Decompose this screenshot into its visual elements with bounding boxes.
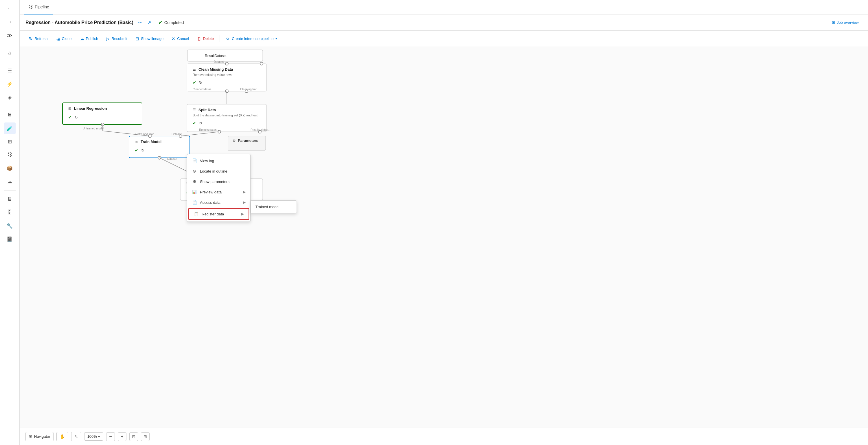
tab-pipeline[interactable]: ⛓ Pipeline bbox=[24, 0, 53, 14]
preview-data-icon: 📊 bbox=[192, 190, 197, 194]
register-data-arrow: ▶ bbox=[241, 212, 244, 216]
job-overview-icon: ⊞ bbox=[832, 20, 835, 25]
show-parameters-icon: ⚙ bbox=[192, 179, 197, 184]
zoom-in-button[interactable]: + bbox=[118, 432, 126, 441]
access-data-label: Access data bbox=[200, 200, 220, 205]
clone-button[interactable]: ⿻ Clone bbox=[52, 34, 75, 43]
resubmit-icon: ▷ bbox=[106, 36, 110, 41]
svg-rect-33 bbox=[129, 136, 190, 158]
clone-icon: ⿻ bbox=[56, 36, 60, 41]
navigator-label: Navigator bbox=[34, 434, 50, 439]
sidebar-item-home[interactable]: ⌂ bbox=[4, 47, 16, 59]
sidebar-item-monitor[interactable]: 🖥 bbox=[4, 194, 16, 205]
sidebar-item-compute[interactable]: 🖥 bbox=[4, 109, 16, 121]
chevron-down-icon: ▾ bbox=[275, 37, 277, 40]
svg-line-44 bbox=[181, 132, 219, 136]
fit-to-selection-button[interactable]: ⊞ bbox=[141, 432, 150, 441]
publish-button[interactable]: ☁ Publish bbox=[76, 34, 102, 43]
access-data-icon: 📄 bbox=[192, 200, 197, 205]
svg-text:↻: ↻ bbox=[141, 148, 144, 153]
hand-icon: ✋ bbox=[60, 434, 65, 439]
svg-rect-11 bbox=[187, 104, 267, 132]
sidebar-item-devops[interactable]: 🔧 bbox=[4, 220, 16, 232]
publish-icon: ☁ bbox=[80, 36, 84, 41]
svg-text:Linear Regression: Linear Regression bbox=[74, 106, 107, 111]
pointer-tool-button[interactable]: ↖ bbox=[71, 432, 81, 441]
sidebar-item-modules[interactable]: ⊞ bbox=[4, 136, 16, 147]
sidebar-item-models[interactable]: 📦 bbox=[4, 162, 16, 174]
sidebar-item-data[interactable]: ☰ bbox=[4, 65, 16, 77]
svg-text:☰: ☰ bbox=[193, 67, 196, 71]
view-log-label: View log bbox=[200, 159, 214, 163]
canvas: ResultDataset ☰ Clean Missing Data Remov… bbox=[20, 47, 868, 427]
create-inference-button[interactable]: ⛭ Create inference pipeline ▾ bbox=[222, 34, 281, 43]
navigator-button[interactable]: ⊞ Navigator bbox=[26, 432, 54, 441]
svg-text:✔: ✔ bbox=[193, 80, 196, 85]
edit-title-icon[interactable]: ✏ bbox=[137, 19, 143, 26]
sidebar-item-pipelines[interactable]: ⛓ bbox=[4, 149, 16, 161]
svg-text:✔: ✔ bbox=[135, 148, 138, 153]
publish-label: Publish bbox=[86, 36, 98, 41]
hand-tool-button[interactable]: ✋ bbox=[56, 432, 68, 441]
sidebar-item-jobs[interactable]: ⚡ bbox=[4, 78, 16, 90]
lineage-icon: ⊟ bbox=[135, 36, 139, 41]
sidebar-item-endpoints[interactable]: ☁ bbox=[4, 176, 16, 187]
inference-icon: ⛭ bbox=[226, 36, 230, 41]
sidebar-item-notebook[interactable]: 📓 bbox=[4, 233, 16, 245]
refresh-icon: ↻ bbox=[29, 36, 33, 41]
sidebar-expand-btn[interactable]: ≫ bbox=[4, 30, 16, 41]
sidebar-forward-btn[interactable]: → bbox=[4, 16, 16, 28]
svg-text:↻: ↻ bbox=[199, 121, 202, 125]
svg-point-17 bbox=[225, 90, 228, 93]
register-data-icon: 📋 bbox=[193, 212, 199, 216]
context-menu-access-data[interactable]: 📄 Access data ▶ bbox=[187, 197, 250, 208]
page-title: Regression - Automobile Price Prediction… bbox=[26, 20, 133, 25]
context-menu-register-data[interactable]: 📋 Register data ▶ bbox=[188, 208, 249, 220]
sidebar-divider-2 bbox=[4, 62, 16, 62]
cancel-button[interactable]: ✕ Cancel bbox=[168, 34, 192, 43]
svg-line-43 bbox=[103, 131, 150, 136]
sidebar-item-storage[interactable]: 🗄 bbox=[4, 207, 16, 218]
cancel-icon: ✕ bbox=[172, 36, 175, 41]
refresh-label: Refresh bbox=[34, 36, 48, 41]
show-lineage-label: Show lineage bbox=[141, 36, 163, 41]
svg-text:Cleaning tran...: Cleaning tran... bbox=[240, 88, 260, 91]
sidebar: ← → ≫ ⌂ ☰ ⚡ ◈ 🖥 🧪 ⊞ ⛓ 📦 ☁ 🖥 🗄 🔧 📓 bbox=[0, 0, 20, 445]
clone-label: Clone bbox=[62, 36, 72, 41]
tab-pipeline-label: Pipeline bbox=[35, 5, 49, 9]
access-data-arrow: ▶ bbox=[243, 200, 246, 204]
sidebar-item-network[interactable]: ◈ bbox=[4, 91, 16, 103]
resubmit-button[interactable]: ▷ Resubmit bbox=[103, 34, 131, 43]
svg-text:Dataset: Dataset bbox=[214, 60, 224, 63]
share-icon[interactable]: ↗ bbox=[146, 19, 153, 26]
fit-to-screen-button[interactable]: ⊡ bbox=[129, 432, 138, 441]
resubmit-label: Resubmit bbox=[112, 36, 127, 41]
svg-rect-45 bbox=[228, 136, 266, 151]
delete-button[interactable]: 🗑 Delete bbox=[193, 34, 218, 43]
locate-outline-label: Locate in outline bbox=[200, 169, 227, 173]
svg-text:Results datas...: Results datas... bbox=[251, 128, 271, 131]
refresh-button[interactable]: ↻ Refresh bbox=[26, 34, 51, 43]
canvas-connections: ResultDataset ☰ Clean Missing Data Remov… bbox=[20, 47, 868, 427]
zoom-out-button[interactable]: − bbox=[106, 432, 115, 441]
svg-text:⊞: ⊞ bbox=[68, 107, 71, 111]
sidebar-back-btn[interactable]: ← bbox=[4, 3, 16, 14]
job-overview-button[interactable]: ⊞ Job overview bbox=[828, 19, 862, 26]
svg-rect-26 bbox=[62, 103, 142, 124]
view-log-icon: 📄 bbox=[192, 158, 197, 163]
show-lineage-button[interactable]: ⊟ Show lineage bbox=[132, 34, 167, 43]
context-menu-preview-data[interactable]: 📊 Preview data ▶ bbox=[187, 187, 250, 197]
svg-text:✔: ✔ bbox=[193, 121, 196, 125]
svg-text:✔: ✔ bbox=[68, 115, 72, 120]
context-menu-view-log[interactable]: 📄 View log bbox=[187, 155, 250, 166]
zoom-display[interactable]: 100% ▾ bbox=[84, 432, 103, 441]
submenu-trained-model[interactable]: Trained model bbox=[251, 202, 297, 212]
pipeline-tab-icon: ⛓ bbox=[28, 4, 33, 9]
context-menu-show-parameters[interactable]: ⚙ Show parameters bbox=[187, 176, 250, 187]
preview-data-label: Preview data bbox=[200, 190, 222, 194]
job-overview-label: Job overview bbox=[837, 20, 859, 25]
sidebar-item-experiments[interactable]: 🧪 bbox=[4, 122, 16, 134]
context-menu-locate-outline[interactable]: ⊙ Locate in outline bbox=[187, 166, 250, 176]
zoom-value: 100% bbox=[87, 434, 97, 439]
svg-text:⚙: ⚙ bbox=[232, 139, 236, 143]
